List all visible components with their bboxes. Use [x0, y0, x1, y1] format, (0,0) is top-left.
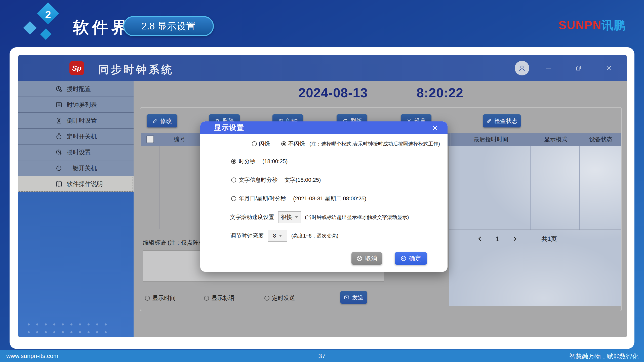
option-scheduled-send[interactable]: 定时发送 — [264, 294, 295, 302]
logo-sunpn: SUNPN — [558, 19, 601, 32]
display-settings-modal: 显示设置 闪烁 不闪烁 (注：选择哪个模式,表示时钟授时成功后按照选择模式工作)… — [200, 121, 448, 272]
column-header-device-status: 设备状态 — [580, 133, 621, 146]
sidebar-item-software-manual[interactable]: 软件操作说明 — [18, 176, 134, 192]
sidebar-item-scheduled-power[interactable]: 定时开关机 — [18, 129, 134, 145]
circle-check-icon — [400, 255, 407, 261]
flash-mode-row: 闪烁 不闪烁 (注：选择哪个模式,表示时钟授时成功后按照选择模式工作) — [252, 140, 440, 148]
show-time-radio[interactable] — [145, 296, 150, 301]
mode-text-hms-row: 文字信息时分秒 文字(18:00:25) — [231, 176, 321, 184]
footer-slogan: 智慧融万物，赋能数智化 — [569, 352, 638, 360]
mode-full-date-radio[interactable] — [231, 196, 236, 201]
confirm-button[interactable]: 确定 — [395, 252, 427, 265]
column-header-id: 编号 — [159, 133, 200, 146]
app-logo: Sp — [69, 61, 84, 75]
envelope-icon — [344, 295, 349, 300]
show-slogan-label: 显示标语 — [212, 294, 235, 302]
sidebar-item-label: 授时配置 — [67, 85, 91, 93]
sidebar-item-label: 倒计时设置 — [67, 117, 97, 125]
total-pages: 共1页 — [541, 235, 557, 243]
column-divider — [530, 146, 531, 230]
hourglass-icon — [55, 117, 63, 124]
cancel-button[interactable]: 取消 — [351, 252, 382, 265]
next-page-button[interactable] — [511, 235, 518, 242]
sidebar-item-label: 软件操作说明 — [67, 180, 103, 188]
close-icon — [605, 65, 612, 72]
logo-xunpeng: 讯鹏 — [601, 19, 626, 32]
column-header-display-mode: 显示模式 — [531, 133, 580, 146]
mode-text-hms-radio[interactable] — [231, 177, 236, 183]
select-all-cell — [141, 133, 159, 146]
pagination-divider — [449, 230, 621, 230]
select-all-checkbox[interactable] — [146, 135, 154, 143]
maximize-button[interactable] — [573, 63, 584, 73]
sidebar-item-timing-config[interactable]: 授时配置 — [18, 81, 134, 97]
sidebar-item-clock-screen-list[interactable]: 时钟屏列表 — [18, 97, 134, 113]
no-flash-label: 不闪烁 — [288, 140, 305, 148]
pagination: 1 共1页 — [449, 233, 621, 245]
sidebar-item-countdown-settings[interactable]: 倒计时设置 — [18, 113, 134, 129]
close-window-button[interactable] — [603, 63, 614, 73]
clock-sync-icon — [55, 149, 63, 156]
mode-full-date-row: 年月日/星期/时分秒 (2021-08-31 星期二 08:00:25) — [231, 194, 366, 203]
sidebar-item-timing-settings[interactable]: 授时设置 — [18, 145, 134, 160]
check-status-button[interactable]: 检查状态 — [483, 114, 521, 127]
scroll-speed-row: 文字滚动速度设置 很快 (当时钟或标语超出显示框才触发文字滚动显示) — [230, 211, 409, 223]
current-page[interactable]: 1 — [496, 235, 499, 243]
close-icon — [432, 125, 438, 131]
clock-config-icon — [55, 85, 63, 93]
decor-diamond-medium — [23, 21, 37, 35]
brightness-select[interactable]: 8 — [268, 230, 287, 242]
chevron-down-icon — [295, 216, 298, 218]
app-title: 同步时钟系统 — [98, 63, 174, 77]
user-avatar[interactable] — [515, 61, 529, 75]
brightness-row: 调节时钟亮度 8 (亮度1~8，逐次变亮) — [230, 230, 338, 242]
sidebar-item-label: 授时设置 — [67, 148, 91, 156]
slide: 2 软件界面 2.8 显示设置 SUNPN讯鹏 Sp 同步时钟系统 — [0, 0, 644, 362]
check-status-label: 检查状态 — [494, 117, 517, 125]
cancel-label: 取消 — [365, 254, 377, 262]
power-icon — [55, 164, 63, 172]
footer-page-number: 37 — [0, 352, 644, 360]
chevron-down-icon — [279, 235, 282, 237]
mode-hms-example: (18:00:25) — [262, 158, 288, 165]
scroll-speed-note: (当时钟或标语超出显示框才触发文字滚动显示) — [305, 214, 409, 221]
screenshot-card: Sp 同步时钟系统 授时配置 — [10, 47, 634, 349]
no-flash-radio[interactable] — [281, 141, 286, 146]
slide-footer: www.sunpn-its.com 37 智慧融万物，赋能数智化 — [0, 350, 644, 362]
column-divider — [579, 146, 580, 230]
brightness-label: 调节时钟亮度 — [230, 232, 264, 240]
scheduled-send-radio[interactable] — [264, 296, 269, 301]
modal-close-button[interactable] — [430, 123, 440, 132]
company-logo: SUNPN讯鹏 — [558, 18, 626, 33]
person-icon — [518, 64, 526, 72]
section-number: 2 — [40, 7, 56, 23]
table-column-divider — [159, 146, 159, 229]
sidebar-item-label: 定时开关机 — [67, 132, 97, 141]
column-header-last-timing: 最后授时时间 — [451, 133, 531, 146]
modify-button[interactable]: 修改 — [147, 114, 177, 127]
sidebar: 授时配置 时钟屏列表 倒计时设置 定时开关机 授时设置 — [18, 81, 134, 337]
list-icon — [55, 101, 63, 109]
section-badge: 2.8 显示设置 — [123, 16, 214, 36]
current-time: 8:20:22 — [417, 85, 463, 100]
app-window: Sp 同步时钟系统 授时配置 — [18, 55, 627, 337]
mode-hms-radio[interactable] — [231, 159, 236, 164]
scroll-speed-label: 文字滚动速度设置 — [230, 213, 274, 221]
option-show-time[interactable]: 显示时间 — [145, 294, 176, 302]
minimize-button[interactable] — [543, 63, 554, 73]
prev-page-button[interactable] — [476, 235, 484, 242]
show-slogan-radio[interactable] — [204, 296, 209, 301]
scroll-speed-select[interactable]: 很快 — [278, 211, 301, 223]
book-icon — [55, 180, 63, 188]
mode-full-date-label: 年月日/星期/时分秒 — [239, 195, 286, 202]
decor-diamond-small — [40, 28, 51, 40]
send-button[interactable]: 发送 — [340, 291, 367, 304]
decor-dot-grid — [24, 321, 110, 336]
sidebar-item-label: 时钟屏列表 — [67, 101, 97, 109]
stopwatch-icon — [55, 133, 63, 140]
mode-hms-row: 时分秒 (18:00:25) — [231, 157, 288, 166]
sidebar-item-one-key-power[interactable]: 一键开关机 — [18, 160, 134, 176]
table-body-right-panel: 1 共1页 — [449, 146, 621, 306]
flash-radio[interactable] — [252, 141, 257, 146]
option-show-slogan[interactable]: 显示标语 — [204, 294, 235, 302]
